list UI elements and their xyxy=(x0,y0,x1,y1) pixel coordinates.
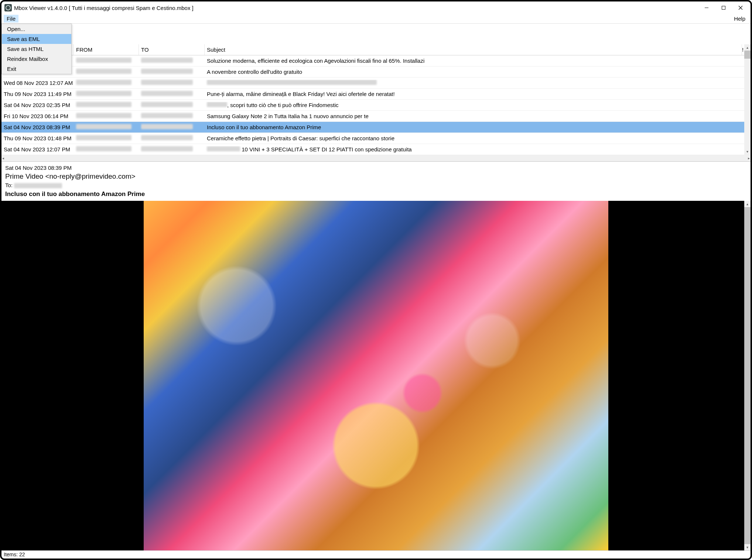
menu-help[interactable]: Help xyxy=(731,15,748,23)
redacted-text xyxy=(141,91,193,96)
maximize-button[interactable] xyxy=(715,2,732,13)
redacted-text xyxy=(207,102,227,107)
cell-date: Sat 04 Nov 2023 12:07 PM xyxy=(1,146,74,152)
cell-to xyxy=(139,146,205,152)
svg-rect-1 xyxy=(722,6,725,10)
cell-date: Thu 09 Nov 2023 11:49 PM xyxy=(1,91,74,97)
redacted-text xyxy=(76,113,131,118)
redacted-text xyxy=(141,146,193,151)
body-vscrollbar[interactable]: ▴ ▾ xyxy=(744,201,751,550)
cell-to xyxy=(139,135,205,141)
menu-file[interactable]: File xyxy=(4,15,18,23)
scroll-down-icon[interactable]: ▾ xyxy=(744,544,751,550)
cell-to xyxy=(139,91,205,97)
file-dropdown: Open... Save as EML Save as HTML Reindex… xyxy=(1,24,72,74)
redacted-text xyxy=(141,135,193,140)
message-detail: Sat 04 Nov 2023 08:39 PM Prime Video <no… xyxy=(1,162,751,201)
redacted-text xyxy=(141,80,193,85)
redacted-text xyxy=(141,58,193,63)
table-row[interactable]: Sat 04 Nov 2023 02:35 PM, scopri tutto c… xyxy=(1,100,751,111)
email-image xyxy=(144,201,608,550)
col-subject[interactable]: Subject xyxy=(205,44,742,55)
cell-from xyxy=(74,58,139,64)
cell-subject: 10 VINI + 3 SPECIALITÀ + SET DI 12 PIATT… xyxy=(205,146,751,152)
redacted-text xyxy=(76,135,131,140)
table-row[interactable]: Wed 08 Nov 2023 12:07 AM xyxy=(1,78,751,89)
cell-subject: A novembre controllo dell'udito gratuito xyxy=(205,69,751,75)
cell-to xyxy=(139,58,205,64)
grid-header: FROM TO Subject ! xyxy=(1,44,751,55)
cell-to xyxy=(139,69,205,75)
minimize-icon xyxy=(704,6,709,10)
statusbar: Items: 22 xyxy=(1,550,751,559)
table-row[interactable]: Soluzione moderna, efficiente ed ecologi… xyxy=(1,55,751,66)
cell-to xyxy=(139,124,205,130)
close-icon xyxy=(738,6,743,10)
cell-to xyxy=(139,113,205,119)
table-row[interactable]: A novembre controllo dell'udito gratuito xyxy=(1,66,751,78)
window-title: Mbox Viewer v1.4.0.0 [ Tutti i messaggi … xyxy=(14,5,698,11)
table-row[interactable]: Thu 09 Nov 2023 01:48 PMCeramiche effett… xyxy=(1,133,751,144)
message-grid: FROM TO Subject ! Soluzione moderna, eff… xyxy=(1,24,751,162)
detail-date: Sat 04 Nov 2023 08:39 PM xyxy=(5,165,747,171)
table-row[interactable]: Sat 04 Nov 2023 08:39 PMIncluso con il t… xyxy=(1,122,751,133)
scroll-down-icon[interactable]: ▾ xyxy=(744,148,751,155)
menubar: File Help Open... Save as EML Save as HT… xyxy=(1,14,751,24)
grid-hscrollbar[interactable]: ◂ ▸ xyxy=(1,155,751,161)
menu-open[interactable]: Open... xyxy=(2,24,71,34)
redacted-text xyxy=(141,124,193,129)
col-from[interactable]: FROM xyxy=(74,44,139,55)
redacted-text xyxy=(76,146,131,151)
col-to[interactable]: TO xyxy=(139,44,205,55)
redacted-text xyxy=(207,80,377,85)
app-icon xyxy=(4,4,12,11)
menu-exit[interactable]: Exit xyxy=(2,64,71,74)
detail-subject: Incluso con il tuo abbonamento Amazon Pr… xyxy=(5,190,747,198)
redacted-text xyxy=(76,102,131,107)
cell-from xyxy=(74,124,139,130)
cell-subject: Samsung Galaxy Note 2 in Tutta Italia ha… xyxy=(205,113,751,119)
redacted-text xyxy=(76,91,131,96)
redacted-text xyxy=(76,80,131,85)
menu-save-eml[interactable]: Save as EML xyxy=(2,34,71,44)
cell-subject: , scopri tutto ciò che ti può offrire Fi… xyxy=(205,102,751,108)
cell-date: Sat 04 Nov 2023 02:35 PM xyxy=(1,102,74,108)
cell-date: Thu 09 Nov 2023 01:48 PM xyxy=(1,135,74,141)
detail-to: To: xyxy=(5,182,747,188)
cell-date: Fri 10 Nov 2023 06:14 PM xyxy=(1,113,74,119)
cell-from xyxy=(74,91,139,97)
content: FROM TO Subject ! Soluzione moderna, eff… xyxy=(1,24,751,559)
close-button[interactable] xyxy=(732,2,749,13)
scroll-thumb[interactable] xyxy=(744,207,751,544)
cell-subject: Ceramiche effetto pietra | Portraits di … xyxy=(205,135,751,141)
status-items: Items: 22 xyxy=(4,552,25,557)
redacted-text xyxy=(141,102,193,107)
table-row[interactable]: Thu 09 Nov 2023 11:49 PMPune-ți alarma, … xyxy=(1,89,751,100)
cell-subject: Pune-ți alarma, mâine dimineață e Black … xyxy=(205,91,751,97)
minimize-button[interactable] xyxy=(698,2,715,13)
cell-subject: Soluzione moderna, efficiente ed ecologi… xyxy=(205,58,751,64)
cell-from xyxy=(74,135,139,141)
cell-from xyxy=(74,146,139,152)
cell-date: Sat 04 Nov 2023 08:39 PM xyxy=(1,124,74,130)
scroll-thumb[interactable] xyxy=(744,51,751,59)
scroll-left-icon[interactable]: ◂ xyxy=(2,156,4,160)
table-row[interactable]: Sat 04 Nov 2023 12:07 PM 10 VINI + 3 SPE… xyxy=(1,144,751,155)
menu-save-html[interactable]: Save as HTML xyxy=(2,44,71,54)
scroll-up-icon[interactable]: ▴ xyxy=(744,44,751,51)
grid-vscrollbar[interactable]: ▴ ▾ xyxy=(744,44,751,155)
scroll-up-icon[interactable]: ▴ xyxy=(744,201,751,207)
redacted-text xyxy=(76,69,131,74)
cell-date: Wed 08 Nov 2023 12:07 AM xyxy=(1,80,74,86)
cell-from xyxy=(74,69,139,75)
redacted-text xyxy=(141,69,193,74)
detail-from: Prime Video <no-reply@primevideo.com> xyxy=(5,172,747,181)
maximize-icon xyxy=(721,6,726,10)
table-row[interactable]: Fri 10 Nov 2023 06:14 PMSamsung Galaxy N… xyxy=(1,111,751,122)
scroll-right-icon[interactable]: ▸ xyxy=(748,156,750,160)
redacted-text xyxy=(207,146,240,151)
cell-from xyxy=(74,80,139,86)
redacted-recipient xyxy=(14,183,62,188)
cell-from xyxy=(74,102,139,108)
menu-reindex[interactable]: Reindex Mailbox xyxy=(2,54,71,64)
